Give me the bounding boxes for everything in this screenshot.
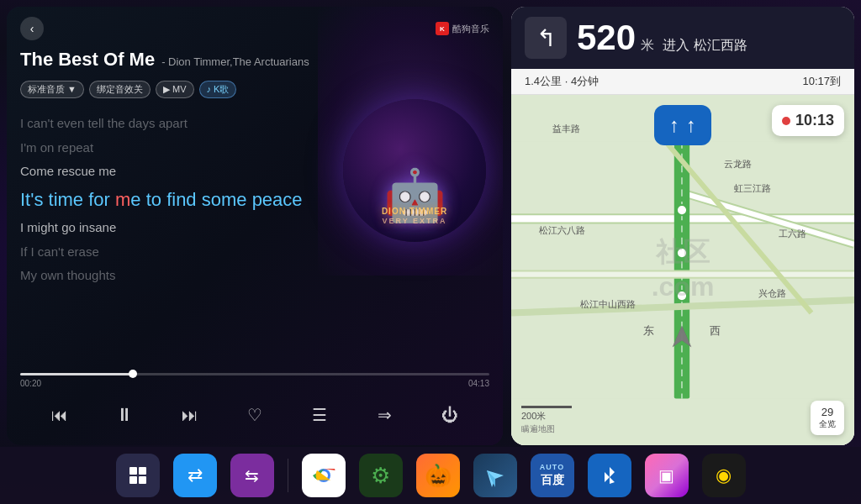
photo-button[interactable]: ▣ <box>645 454 689 497</box>
taskbar-separator-1 <box>288 459 288 492</box>
map-svg: 东 西 <box>511 95 854 445</box>
time-badge-text: 10:13 <box>795 112 834 129</box>
svg-rect-18 <box>129 467 137 475</box>
svg-point-11 <box>677 205 687 215</box>
settings-button[interactable]: ⚙ <box>359 454 403 497</box>
nav-eta: 10:17到 <box>802 74 841 89</box>
map-zoom-button[interactable]: 29 全览 <box>811 401 844 435</box>
map-label-7: 工六路 <box>779 228 806 240</box>
progress-area: 00:20 04:13 <box>7 366 503 391</box>
playlist-button[interactable]: ☰ <box>304 400 335 430</box>
song-artist: - Dion Timmer,The Arctuarians <box>161 55 309 68</box>
player-controls: ⏮ ⏸ ⏭ ♡ ☰ ⇒ ⏻ <box>7 391 503 445</box>
next-track-button[interactable]: ⇒ <box>370 400 400 430</box>
maps-button[interactable] <box>473 454 517 497</box>
tag-quality[interactable]: 标准音质 ▼ <box>20 81 84 98</box>
music-player: ‹ K 酷狗音乐 The Best Of Me - Dion Timmer,Th… <box>7 7 503 445</box>
map-label-4: 松江六八路 <box>539 224 585 237</box>
direction-arrows-button[interactable]: ↑ ↑ <box>654 105 711 145</box>
power-button[interactable]: ⏻ <box>435 400 465 430</box>
nav-instruction: 进入 松汇西路 <box>663 37 747 55</box>
map-label-5: 松江中山西路 <box>580 298 636 311</box>
like-button[interactable]: ♡ <box>240 400 270 430</box>
platform-logo: K 酷狗音乐 <box>436 22 489 35</box>
nav-distance: 520 <box>577 18 636 58</box>
nav-distance-time: 1.4公里 · 4分钟 <box>525 74 599 89</box>
svg-text:西: 西 <box>710 324 721 337</box>
grid-app-button[interactable] <box>116 454 160 497</box>
lyric-highlight: m <box>115 189 130 210</box>
map-label-3: 虹三江路 <box>734 182 771 195</box>
song-info: The Best Of Me - Dion Timmer,The Arctuar… <box>7 40 503 103</box>
bluetooth-button[interactable] <box>588 454 631 497</box>
svg-text:东: 东 <box>643 324 654 337</box>
candy-button[interactable]: 🎃 <box>416 454 460 497</box>
switch2-button[interactable]: ⇆ <box>230 454 274 497</box>
svg-rect-20 <box>129 476 137 484</box>
navigation-panel: ↰ 520 米 进入 松汇西路 1.4公里 · 4分钟 10:17到 <box>511 7 854 445</box>
svg-point-12 <box>677 248 687 258</box>
scale-bar <box>521 406 572 408</box>
map-time-badge: 10:13 <box>772 105 844 136</box>
album-art: 🤖 DION TIMMERVERY EXTRA <box>343 99 486 242</box>
taskbar: ⇄ ⇆ ⚙ 🎃 AUTO 百度 ▣ ◉ <box>0 447 861 504</box>
next-button[interactable]: ⏭ <box>175 400 205 430</box>
map-label-6: 兴仓路 <box>758 287 786 300</box>
map-label-1: 益丰路 <box>552 123 580 135</box>
song-title: The Best Of Me <box>20 49 155 71</box>
album-text-overlay: DION TIMMERVERY EXTRA <box>343 207 486 225</box>
nav-unit: 米 <box>641 37 654 55</box>
platform-name: 酷狗音乐 <box>452 23 489 35</box>
time-badge-dot <box>782 117 790 125</box>
baidu-button[interactable]: AUTO 百度 <box>531 454 574 497</box>
chrome-button[interactable] <box>302 454 346 497</box>
lyric-part2: e to find some peace <box>130 189 302 210</box>
nav-turn-arrow: ↰ <box>525 17 567 59</box>
platform-logo-icon: K <box>436 22 449 35</box>
svg-point-13 <box>677 291 687 301</box>
tag-karaoke[interactable]: ♪ K歌 <box>199 81 237 98</box>
direction-arrow-right: ↑ <box>686 113 696 137</box>
zoom-level: 29 <box>821 406 833 418</box>
nav-sub-info: 1.4公里 · 4分钟 10:17到 <box>511 69 854 95</box>
total-time: 04:13 <box>468 379 489 388</box>
tag-mv[interactable]: ▶ MV <box>156 81 194 98</box>
progress-thumb[interactable] <box>129 370 137 378</box>
direction-arrow-left: ↑ <box>669 113 679 137</box>
nav-header: ↰ 520 米 进入 松汇西路 <box>511 7 854 69</box>
map-view[interactable]: 东 西 益丰路 云龙路 虹三江路 松江六八路 松江中山西路 兴仓路 工六路 社区… <box>511 95 854 445</box>
lyric-part1: It's time for <box>20 189 115 210</box>
progress-bar[interactable] <box>20 373 489 375</box>
tag-effect[interactable]: 绑定音效关 <box>89 81 151 98</box>
song-tags: 标准音质 ▼ 绑定音效关 ▶ MV ♪ K歌 <box>20 81 489 98</box>
lyric-line-6[interactable]: If I can't erase <box>20 240 489 265</box>
zoom-label: 全览 <box>819 418 836 430</box>
prev-button[interactable]: ⏮ <box>45 400 75 430</box>
pause-button[interactable]: ⏸ <box>109 400 140 430</box>
back-button[interactable]: ‹ <box>20 17 44 40</box>
svg-rect-19 <box>139 467 146 475</box>
map-scale: 200米 瞒遍地图 <box>521 406 572 435</box>
map-label-2: 云龙路 <box>724 158 752 171</box>
progress-fill <box>20 373 133 375</box>
svg-rect-21 <box>139 476 146 484</box>
scale-label: 200米 <box>521 411 546 421</box>
current-time: 00:20 <box>20 379 41 388</box>
audio-button[interactable]: ◉ <box>702 454 746 497</box>
lyric-line-7[interactable]: My own thoughts <box>20 264 489 288</box>
switch1-button[interactable]: ⇄ <box>173 454 217 497</box>
